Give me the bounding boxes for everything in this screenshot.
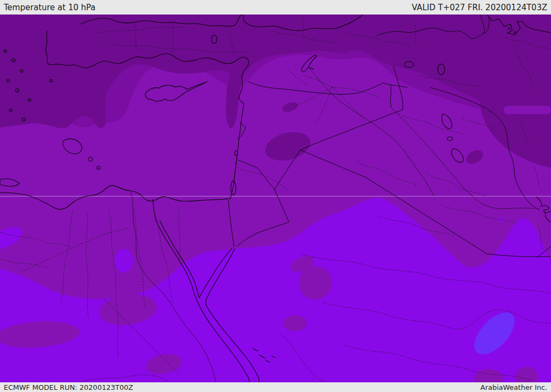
- weather-map-app: Temperature at 10 hPa VALID T+027 FRI. 2…: [0, 0, 551, 392]
- medium-blob-egypt-south: [283, 315, 307, 331]
- bright-blob-egypt: [115, 249, 133, 273]
- forecast-map: [0, 15, 551, 382]
- company-credit: ArabiaWeather Inc.: [481, 383, 547, 391]
- forecast-map-container: [0, 15, 551, 382]
- model-run-label: ECMWF MODEL RUN: 20200123T00Z: [4, 383, 133, 391]
- footer-bar: ECMWF MODEL RUN: 20200123T00Z ArabiaWeat…: [0, 382, 551, 392]
- medium-blob-tabuk-2: [299, 266, 332, 300]
- header-bar: Temperature at 10 hPa VALID T+027 FRI. 2…: [0, 0, 551, 15]
- medium-streak-zagros: [504, 106, 551, 114]
- temperature-shading: [0, 15, 551, 382]
- valid-time-label: VALID T+027 FRI. 20200124T03Z: [412, 3, 547, 12]
- map-title: Temperature at 10 hPa: [4, 3, 96, 12]
